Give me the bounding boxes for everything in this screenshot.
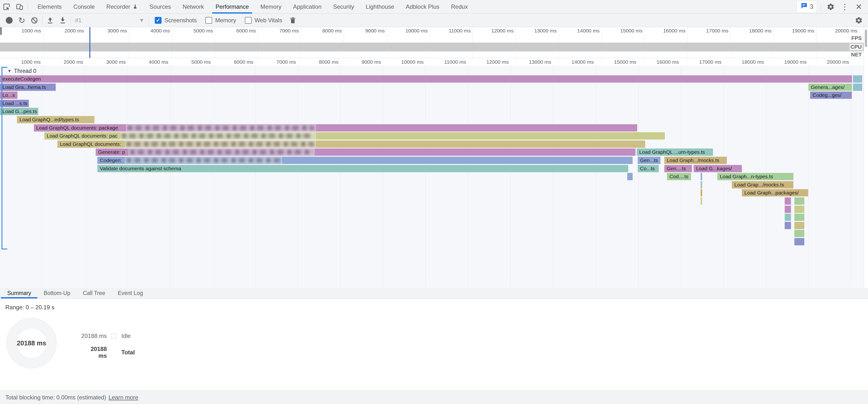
overview-ruler-tick: 5000 ms	[174, 28, 213, 34]
timeline-overview[interactable]: FPS CPU NET 1000 ms2000 ms3000 ms4000 ms…	[0, 27, 864, 58]
flame-bar[interactable]: Load Grap.../mocks.ts	[732, 181, 794, 188]
flame-bar[interactable]	[795, 197, 804, 205]
flame-bar[interactable]	[701, 173, 702, 180]
tabbar-right-controls: 3 ⋮ ✕	[797, 0, 868, 13]
redacted-text-region	[128, 149, 315, 155]
flame-ruler-tick: 8000 ms	[300, 59, 339, 65]
flame-bar[interactable]: executeCodegen	[0, 75, 852, 83]
flame-bar[interactable]: Codeg...ges/	[810, 92, 852, 99]
flame-bar[interactable]: Load Graph.../mocks.ts	[664, 157, 727, 164]
flame-bar[interactable]	[701, 197, 702, 205]
flame-bar[interactable]	[853, 84, 862, 91]
checkbox-box[interactable]	[245, 17, 252, 24]
tab-sources[interactable]: Sources	[144, 0, 177, 13]
tab-elements[interactable]: Elements	[32, 0, 68, 13]
tab-label: Network	[183, 3, 204, 10]
devtools-tabbar: ElementsConsoleRecorderSourcesNetworkPer…	[0, 0, 868, 13]
flame-bar[interactable]: Load GraphQL ...urn-types.ts	[637, 149, 713, 156]
thread-header[interactable]: ▼ Thread 0	[7, 68, 36, 74]
flame-bar[interactable]	[795, 222, 804, 229]
details-tab-call-tree[interactable]: Call Tree	[76, 288, 112, 299]
flame-bar[interactable]	[795, 214, 804, 221]
inspect-element-icon[interactable]	[0, 0, 13, 13]
tab-redux[interactable]: Redux	[445, 0, 473, 13]
flame-bar[interactable]	[627, 173, 632, 180]
tab-memory[interactable]: Memory	[254, 0, 287, 13]
flame-bar[interactable]: Lo...s	[0, 92, 18, 99]
close-devtools-icon[interactable]: ✕	[853, 1, 865, 12]
flame-bar[interactable]: Load Graph...packages/	[742, 189, 808, 196]
flame-bar[interactable]	[785, 197, 791, 205]
details-tab-bottom-up[interactable]: Bottom-Up	[37, 288, 76, 299]
selection-left-bracket[interactable]	[1, 67, 2, 249]
flame-bar[interactable]	[785, 214, 791, 221]
flame-bar[interactable]: Load G...pes.ts	[0, 108, 38, 115]
reload-and-record-button[interactable]: ↻	[16, 14, 28, 27]
flame-bar[interactable]	[701, 189, 702, 196]
flame-bar-label: Load ...s.ts	[0, 100, 27, 106]
tab-label: Redux	[451, 3, 468, 10]
tab-console[interactable]: Console	[68, 0, 100, 13]
flame-bar[interactable]: Load G...kages/	[693, 165, 742, 172]
flame-bar[interactable]: Gen....ts	[664, 165, 692, 172]
flame-bar[interactable]: Cod....ts	[667, 173, 691, 180]
clear-recording-button[interactable]	[28, 14, 41, 27]
record-button[interactable]	[3, 14, 16, 27]
flame-bar[interactable]: Validate documents against schema	[97, 165, 628, 172]
legend-label: Total	[121, 349, 135, 356]
tab-security[interactable]: Security	[327, 0, 360, 13]
flame-bar[interactable]	[853, 75, 862, 83]
checkbox-memory[interactable]: Memory	[206, 17, 236, 24]
save-profile-button[interactable]	[56, 14, 69, 27]
flame-bar[interactable]: Load Graph...n-types.ts	[717, 173, 794, 180]
flame-bar[interactable]	[795, 238, 804, 245]
flame-bar[interactable]: Load GraphQ...ed/types.ts	[17, 116, 94, 123]
tab-lighthouse[interactable]: Lighthouse	[360, 0, 400, 13]
flame-ruler-tick: 11000 ms	[428, 59, 466, 65]
redacted-text-region	[125, 157, 282, 164]
overview-ruler-tick: 4000 ms	[131, 28, 170, 34]
devtools-window: ElementsConsoleRecorderSourcesNetworkPer…	[0, 0, 868, 404]
flame-bar[interactable]: Gen...ts	[638, 157, 660, 164]
details-tab-summary[interactable]: Summary	[1, 288, 37, 299]
tab-application[interactable]: Application	[287, 0, 327, 13]
flame-bar[interactable]: Load GraphQL documents:	[57, 141, 645, 148]
tab-adblock-plus[interactable]: Adblock Plus	[400, 0, 445, 13]
delete-recording-icon[interactable]	[286, 14, 299, 27]
flame-bar[interactable]	[701, 181, 702, 188]
flame-bar[interactable]: Generate: p	[96, 149, 636, 156]
profile-select[interactable]: #1 ▼	[72, 15, 147, 26]
learn-more-link[interactable]: Learn more	[108, 394, 138, 401]
settings-gear-icon[interactable]	[825, 1, 837, 12]
flame-chart[interactable]: 1000 ms2000 ms3000 ms4000 ms5000 ms6000 …	[0, 58, 864, 288]
flame-bar[interactable]: Load GraphQL documents: package	[34, 124, 637, 131]
device-toolbar-icon[interactable]	[13, 0, 26, 13]
checkbox-web-vitals[interactable]: Web Vitals	[245, 17, 282, 24]
tab-network[interactable]: Network	[177, 0, 210, 13]
tab-label: Application	[293, 3, 321, 10]
flame-bar[interactable]: Load ...s.ts	[0, 100, 29, 107]
capture-settings-gear-icon[interactable]	[852, 14, 865, 27]
flame-bar[interactable]	[785, 222, 791, 229]
flame-bar[interactable]: Load GraphQL documents: pac	[44, 132, 665, 139]
flame-bar[interactable]: Codegen:	[97, 157, 632, 164]
flame-bar[interactable]	[795, 206, 804, 213]
checkbox-box[interactable]	[206, 17, 212, 24]
overview-cpu-lane: CPU	[0, 43, 864, 51]
tab-performance[interactable]: Performance	[210, 0, 254, 13]
flame-bar[interactable]: Genera...ages/	[808, 84, 852, 91]
checkbox-box[interactable]: ✓	[155, 17, 161, 24]
flame-bar-label: Load Graph...n-types.ts	[717, 174, 773, 180]
load-profile-button[interactable]	[44, 14, 56, 27]
flame-bar[interactable]	[795, 230, 804, 237]
vertical-scrollbar[interactable]	[864, 27, 868, 288]
issues-badge-button[interactable]: 3	[797, 0, 817, 13]
details-tab-event-log[interactable]: Event Log	[112, 288, 149, 299]
checkbox-screenshots[interactable]: ✓Screenshots	[155, 17, 197, 24]
tab-recorder[interactable]: Recorder	[100, 0, 144, 13]
flame-bar[interactable]: Co...ts	[638, 165, 659, 172]
flame-bar[interactable]	[785, 206, 791, 213]
flame-bar[interactable]: Load Gra...hema.ts	[0, 84, 56, 91]
more-options-icon[interactable]: ⋮	[839, 1, 850, 12]
scrollbar-thumb[interactable]	[865, 30, 867, 47]
